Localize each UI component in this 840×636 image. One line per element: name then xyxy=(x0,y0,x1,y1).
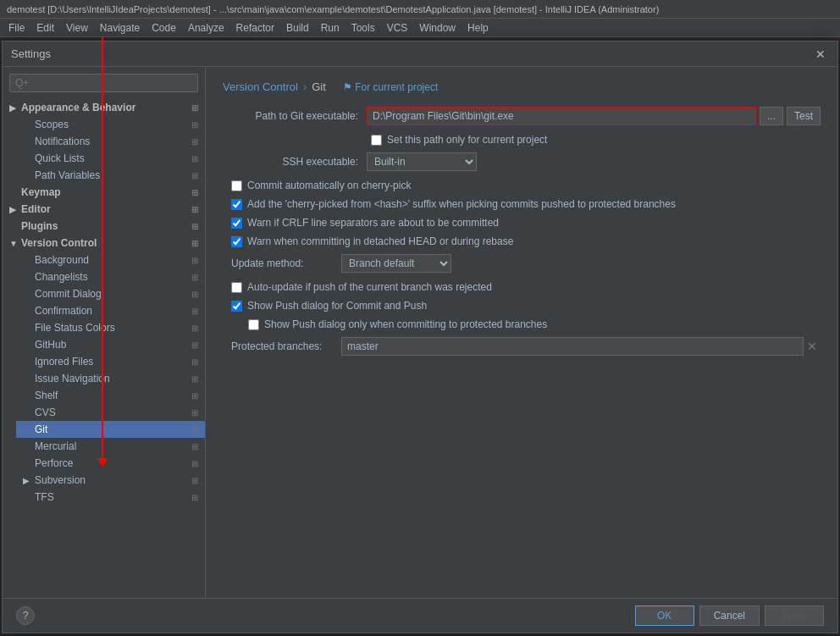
update-method-label: Update method: xyxy=(231,257,341,269)
detached-head-warn-label: Warn when committing in detached HEAD or… xyxy=(247,235,513,247)
cb1-row: Commit automatically on cherry-pick xyxy=(223,180,821,191)
sidebar-item-commitdialog[interactable]: Commit Dialog ⊞ xyxy=(16,285,205,302)
set-path-checkbox[interactable] xyxy=(371,135,382,146)
sidebar-item-shelf[interactable]: Shelf ⊞ xyxy=(16,387,205,404)
cb7-row: Show Push dialog only when committing to… xyxy=(223,318,821,330)
settings-dialog: Settings ✕ ▶ Appearance & Behavior ⊞ xyxy=(2,41,838,633)
detached-head-warn-checkbox[interactable] xyxy=(231,236,242,247)
dialog-body: ▶ Appearance & Behavior ⊞ Scopes ⊞ Notif… xyxy=(3,67,837,598)
menu-item-code[interactable]: Code xyxy=(146,20,181,36)
menu-item-file[interactable]: File xyxy=(3,20,30,36)
search-input[interactable] xyxy=(9,74,198,92)
menu-item-help[interactable]: Help xyxy=(462,20,494,36)
menu-item-analyze[interactable]: Analyze xyxy=(183,20,229,36)
protected-branches-row: Protected branches: ✕ xyxy=(223,337,821,356)
sidebar-item-notifications[interactable]: Notifications ⊞ xyxy=(16,133,205,150)
sidebar-item-scopes[interactable]: Scopes ⊞ xyxy=(16,116,205,133)
cb4-row: Warn when committing in detached HEAD or… xyxy=(223,235,821,247)
apply-button[interactable]: Apply xyxy=(765,606,824,626)
settings-content: Version Control › Git ⚑ For current proj… xyxy=(206,67,837,598)
breadcrumb-parent[interactable]: Version Control xyxy=(223,80,298,93)
menu-item-run[interactable]: Run xyxy=(316,20,345,36)
footer-right: OK Cancel Apply xyxy=(635,606,824,626)
set-path-checkbox-row: Set this path only for current project xyxy=(223,134,821,146)
set-path-label[interactable]: Set this path only for current project xyxy=(387,134,547,146)
breadcrumb: Version Control › Git ⚑ For current proj… xyxy=(223,80,821,93)
menu-item-build[interactable]: Build xyxy=(281,20,314,36)
git-path-row: Path to Git executable: ... Test xyxy=(223,107,821,125)
close-button[interactable]: ✕ xyxy=(812,46,829,63)
sidebar-item-perforce[interactable]: Perforce ⊞ xyxy=(16,455,205,472)
cherry-picked-suffix-label: Add the 'cherry-picked from <hash>' suff… xyxy=(247,198,676,210)
sidebar-item-editor[interactable]: ▶ Editor ⊞ xyxy=(3,201,205,218)
show-push-dialog-label: Show Push dialog for Commit and Push xyxy=(247,300,427,312)
git-path-label: Path to Git executable: xyxy=(223,110,358,122)
title-text: demotest [D:\Users\IntelliJIdeaProjects\… xyxy=(7,4,659,14)
search-box xyxy=(3,70,205,96)
auto-update-label: Auto-update if push of the current branc… xyxy=(247,281,492,293)
menu-item-window[interactable]: Window xyxy=(414,20,461,36)
protected-branches-input[interactable] xyxy=(341,337,804,356)
push-protected-only-label: Show Push dialog only when committing to… xyxy=(264,318,547,330)
crlf-warn-checkbox[interactable] xyxy=(231,218,242,229)
sidebar-item-versioncontrol[interactable]: ▼ Version Control ⊞ xyxy=(3,235,205,252)
expand-arrow: ▶ xyxy=(9,103,21,113)
ok-button[interactable]: OK xyxy=(635,606,694,626)
breadcrumb-project-link[interactable]: ⚑ For current project xyxy=(343,81,438,93)
sidebar-item-confirmation[interactable]: Confirmation ⊞ xyxy=(16,302,205,319)
cb5-row: Auto-update if push of the current branc… xyxy=(223,281,821,293)
sidebar-item-git[interactable]: Git ⊞ xyxy=(16,421,205,438)
update-method-select[interactable]: Branch default Merge Rebase xyxy=(341,254,451,273)
menu-item-refactor[interactable]: Refactor xyxy=(231,20,279,36)
sidebar-item-tfs[interactable]: TFS ⊞ xyxy=(16,489,205,506)
cherry-pick-checkbox[interactable] xyxy=(231,180,242,191)
auto-update-checkbox[interactable] xyxy=(231,282,242,293)
menu-item-edit[interactable]: Edit xyxy=(31,20,59,36)
cancel-button[interactable]: Cancel xyxy=(699,606,760,626)
git-path-input[interactable] xyxy=(367,107,756,125)
dialog-title: Settings xyxy=(11,47,51,60)
vcs-children: Background ⊞ Changelists ⊞ Commit Dialog… xyxy=(3,252,205,506)
sidebar-item-ignoredfiles[interactable]: Ignored Files ⊞ xyxy=(16,353,205,370)
protected-branches-clear-button[interactable]: ✕ xyxy=(804,340,821,353)
push-protected-only-checkbox[interactable] xyxy=(248,319,259,330)
ssh-row: SSH executable: Built-in Native xyxy=(223,152,821,171)
sidebar-item-quicklists[interactable]: Quick Lists ⊞ xyxy=(16,150,205,167)
sidebar-item-filestatuscolors[interactable]: File Status Colors ⊞ xyxy=(16,319,205,336)
footer-left: ? xyxy=(16,606,35,625)
sidebar-item-pathvariables[interactable]: Path Variables ⊞ xyxy=(16,167,205,184)
sidebar-item-plugins[interactable]: Plugins ⊞ xyxy=(3,218,205,235)
sidebar-item-appearance[interactable]: ▶ Appearance & Behavior ⊞ xyxy=(3,99,205,116)
git-path-test-button[interactable]: Test xyxy=(787,107,821,125)
appearance-children: Scopes ⊞ Notifications ⊞ Quick Lists ⊞ xyxy=(3,116,205,184)
menu-item-vcs[interactable]: VCS xyxy=(382,20,413,36)
sidebar-item-subversion[interactable]: ▶ Subversion ⊞ xyxy=(16,472,205,489)
sidebar-item-issuenavigation[interactable]: Issue Navigation ⊞ xyxy=(16,370,205,387)
sidebar: ▶ Appearance & Behavior ⊞ Scopes ⊞ Notif… xyxy=(3,67,206,598)
sidebar-item-github[interactable]: GitHub ⊞ xyxy=(16,336,205,353)
breadcrumb-current: Git xyxy=(312,80,326,93)
sidebar-item-mercurial[interactable]: Mercurial ⊞ xyxy=(16,438,205,455)
breadcrumb-separator: › xyxy=(303,80,307,93)
cherry-picked-suffix-checkbox[interactable] xyxy=(231,199,242,210)
sidebar-item-background[interactable]: Background ⊞ xyxy=(16,252,205,268)
menu-item-view[interactable]: View xyxy=(61,20,93,36)
show-push-dialog-checkbox[interactable] xyxy=(231,301,242,312)
sidebar-item-changelists[interactable]: Changelists ⊞ xyxy=(16,268,205,285)
dialog-overlay: Settings ✕ ▶ Appearance & Behavior ⊞ xyxy=(0,37,840,636)
help-button[interactable]: ? xyxy=(16,606,35,625)
ssh-label: SSH executable: xyxy=(223,156,358,168)
cb2-row: Add the 'cherry-picked from <hash>' suff… xyxy=(223,198,821,210)
git-path-browse-button[interactable]: ... xyxy=(760,107,783,125)
sidebar-item-keymap[interactable]: Keymap ⊞ xyxy=(3,184,205,201)
dialog-title-bar: Settings ✕ xyxy=(3,41,837,67)
ssh-select[interactable]: Built-in Native xyxy=(367,152,477,171)
menu-item-navigate[interactable]: Navigate xyxy=(95,20,145,36)
menu-bar: FileEditViewNavigateCodeAnalyzeRefactorB… xyxy=(0,19,840,37)
sidebar-item-cvs[interactable]: CVS ⊞ xyxy=(16,404,205,421)
update-method-row: Update method: Branch default Merge Reba… xyxy=(223,254,821,273)
dialog-footer: ? OK Cancel Apply xyxy=(3,598,837,633)
menu-item-tools[interactable]: Tools xyxy=(346,20,380,36)
cherry-pick-label: Commit automatically on cherry-pick xyxy=(247,180,411,191)
cb3-row: Warn if CRLF line separators are about t… xyxy=(223,217,821,229)
